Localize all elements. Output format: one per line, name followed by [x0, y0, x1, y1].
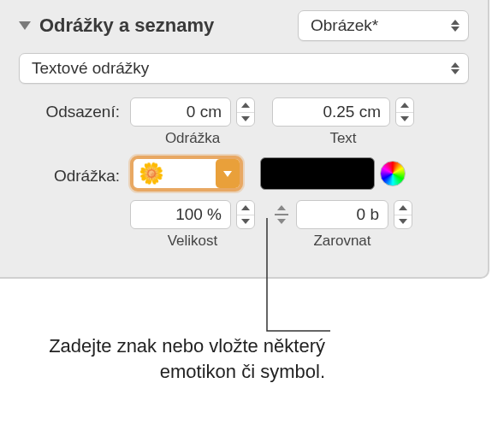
size-align-row: 100 % Velikost 0 b Zarovna	[19, 200, 469, 250]
indent-row: Odsazení: 0 cm Odrážka 0.25 cm	[19, 97, 469, 147]
bullet-indent-caption: Odrážka	[165, 130, 220, 147]
list-style-popup[interactable]: Obrázek*	[298, 10, 469, 41]
chevrons-icon	[451, 20, 459, 32]
bullets-lists-panel: Odrážky a seznamy Obrázek* Textové odráž…	[0, 0, 489, 279]
color-wheel-icon[interactable]	[380, 161, 406, 186]
disclosure-triangle-icon[interactable]	[19, 21, 31, 30]
bullet-type-value: Textové odrážky	[32, 59, 149, 78]
bullet-size-stepper[interactable]	[236, 200, 255, 229]
text-indent-stepper[interactable]	[395, 97, 414, 127]
bullet-color-well[interactable]	[260, 157, 375, 190]
size-caption: Velikost	[168, 233, 218, 250]
bullet-char-label: Odrážka:	[19, 162, 130, 186]
bullet-dropdown-button[interactable]	[216, 159, 240, 188]
align-vertical-icon	[272, 205, 291, 224]
panel-title: Odrážky a seznamy	[39, 15, 289, 37]
bullet-size-input[interactable]: 100 %	[130, 200, 231, 229]
bullet-align-stepper[interactable]	[394, 200, 412, 229]
chevrons-icon	[451, 62, 459, 74]
indent-label: Odsazení:	[19, 97, 130, 121]
panel-header: Odrážky a seznamy Obrázek*	[19, 10, 469, 41]
bullet-indent-stepper[interactable]	[236, 97, 255, 127]
bullet-align-input[interactable]: 0 b	[296, 200, 388, 229]
list-style-value: Obrázek*	[311, 16, 378, 35]
bullet-type-popup[interactable]: Textové odrážky	[19, 53, 469, 84]
align-caption: Zarovnat	[313, 233, 370, 250]
bullet-indent-input[interactable]: 0 cm	[130, 97, 231, 127]
text-indent-input[interactable]: 0.25 cm	[272, 97, 390, 127]
callout-text: Zadejte znak nebo vložte některý emotiko…	[34, 333, 325, 384]
bullet-character-picker[interactable]: 🌼	[130, 156, 243, 192]
bullet-emoji: 🌼	[139, 162, 164, 186]
text-indent-caption: Text	[329, 130, 356, 147]
bullet-char-row: Odrážka: 🌼	[19, 156, 469, 192]
